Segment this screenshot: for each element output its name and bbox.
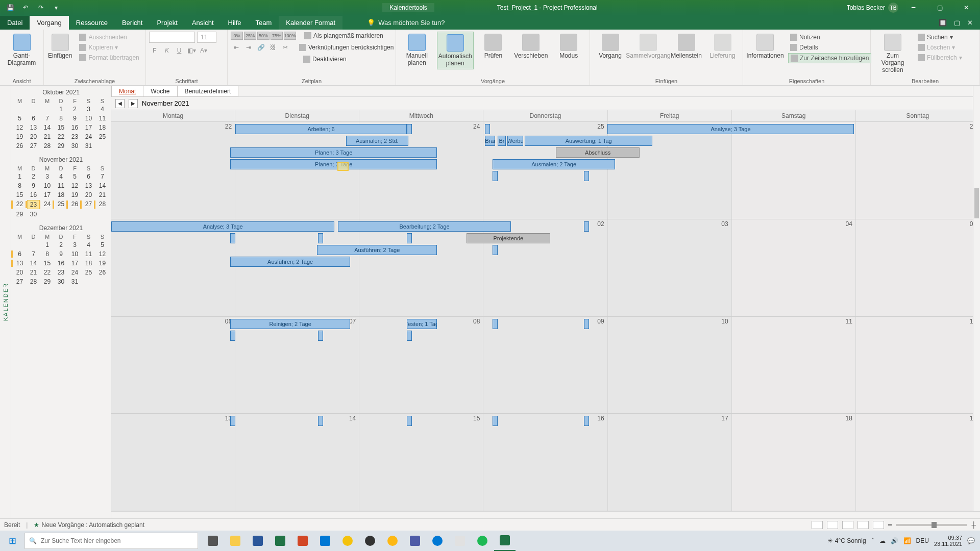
weather-widget[interactable]: ☀ 4°C Sonnig	[827, 537, 866, 544]
indent-button[interactable]: ⇥	[243, 42, 254, 53]
scrollbar-thumb[interactable]	[974, 188, 979, 218]
task-bar[interactable]: Ausführen; 2 Tage	[317, 245, 437, 255]
mini-calendar-day[interactable]: 21	[96, 191, 109, 199]
mini-calendar-day[interactable]: 14	[41, 123, 54, 132]
mini-calendar-day[interactable]: 2	[68, 105, 81, 113]
task-bar[interactable]: Ausmalen; 2 Std.	[346, 136, 409, 146]
task-bar[interactable]: Brai	[485, 136, 495, 146]
mini-calendar-day[interactable]: 30	[27, 210, 40, 218]
mini-calendar-day[interactable]: 14	[96, 182, 109, 190]
mini-calendar-day[interactable]: 31	[68, 278, 81, 286]
project-icon[interactable]	[494, 531, 516, 551]
mini-calendar-day[interactable]: 5	[13, 114, 26, 122]
task-bar[interactable]	[407, 416, 412, 426]
task-bar[interactable]	[230, 331, 235, 341]
mini-calendar-day[interactable]: 17	[68, 259, 81, 267]
task-bar[interactable]: Planen; 3 Tage	[230, 159, 437, 169]
mini-calendar-day[interactable]: 4	[55, 172, 67, 181]
ribbon-close-icon[interactable]: ✕	[967, 19, 973, 27]
mini-calendar-day[interactable]: 1	[55, 105, 67, 113]
task-bar[interactable]	[318, 233, 323, 243]
task-bar[interactable]	[230, 233, 235, 243]
mini-calendar-day[interactable]: 20	[27, 133, 40, 141]
calendar-cell[interactable]: 14	[235, 414, 359, 511]
mini-calendar-day[interactable]: 27	[13, 278, 26, 286]
calendar-cell[interactable]: 01 Dez	[359, 219, 483, 316]
calendar-cell[interactable]: 22	[111, 122, 235, 219]
mode-button[interactable]: Modus	[551, 32, 586, 61]
mini-calendar-day[interactable]: 12	[13, 123, 26, 132]
tray-clock[interactable]: 09:3723.11.2021	[934, 535, 962, 547]
tray-notifications-icon[interactable]: 💬	[967, 537, 975, 544]
milestone-button[interactable]: Meilenstein	[669, 32, 703, 61]
mini-calendar-day[interactable]: 11	[82, 250, 95, 258]
mini-calendar-day[interactable]: 13	[27, 123, 40, 132]
mini-calendar-day[interactable]: 22	[13, 200, 26, 209]
mini-calendar-day[interactable]: 17	[82, 123, 95, 132]
spotify-icon[interactable]	[472, 531, 493, 551]
mini-calendar-day[interactable]: 10	[68, 250, 81, 258]
task-bar[interactable]	[584, 171, 589, 181]
tab-projekt[interactable]: Projekt	[150, 16, 184, 30]
mini-calendar-day[interactable]: 16	[55, 259, 67, 267]
mini-calendar-day[interactable]: 20	[82, 191, 95, 199]
maximize-button[interactable]: ▢	[928, 0, 951, 15]
task-view-icon[interactable]	[202, 531, 224, 551]
mini-calendar-day[interactable]: 2	[55, 241, 67, 249]
fill-button[interactable]: Füllbereich ▾	[916, 53, 964, 62]
cut-button[interactable]: Ausschneiden	[77, 33, 141, 42]
tab-hilfe[interactable]: Hilfe	[221, 16, 249, 30]
zoom-in-button[interactable]: ┼	[971, 521, 976, 529]
mini-calendar-day[interactable]: 25	[55, 200, 67, 209]
mini-calendar-day[interactable]: 5	[68, 172, 81, 181]
auto-schedule-button[interactable]: Automatisch planen	[437, 32, 474, 69]
mini-calendar-day[interactable]: 2	[27, 172, 40, 181]
mini-calendar-day[interactable]: 8	[41, 250, 54, 258]
mini-calendar-day[interactable]: 23	[27, 200, 40, 209]
mini-calendar-day[interactable]: 11	[96, 114, 109, 122]
clear-button[interactable]: Löschen ▾	[916, 43, 964, 52]
view-btn-4[interactable]	[857, 521, 869, 529]
task-bar[interactable]: Ausführen; 2 Tage	[230, 257, 350, 267]
calendar-vscroll[interactable]	[973, 86, 980, 511]
mini-calendar-day[interactable]: 9	[55, 250, 67, 258]
mini-calendar-day[interactable]: 6	[13, 250, 26, 258]
view-tab-monat[interactable]: Monat	[111, 86, 143, 97]
mini-calendar-day[interactable]: 21	[27, 268, 40, 277]
task-bar[interactable]: Abschluss	[556, 147, 639, 158]
details-button[interactable]: Details	[788, 43, 871, 52]
mini-calendar-day[interactable]: 10	[41, 182, 54, 190]
mini-calendar-day[interactable]: 18	[82, 259, 95, 267]
undo-icon[interactable]: ↶	[19, 2, 32, 14]
fill-color-button[interactable]: ◧▾	[186, 45, 197, 56]
chrome-icon[interactable]	[337, 531, 358, 551]
word-icon[interactable]	[247, 531, 268, 551]
mini-calendar-day[interactable]: 30	[68, 142, 81, 150]
notes-button[interactable]: Notizen	[788, 33, 871, 42]
calendar-cell[interactable]: 07	[235, 317, 359, 414]
copy-button[interactable]: Kopieren ▾	[77, 43, 141, 52]
mini-calendar-day[interactable]: 27	[27, 142, 40, 150]
zoom-out-button[interactable]: ━	[888, 521, 892, 529]
scroll-to-task-button[interactable]: Zum Vorgang scrollen	[874, 32, 912, 76]
respect-links[interactable]: Verknüpfungen berücksichtigen	[297, 43, 396, 52]
browser-icon[interactable]	[314, 531, 336, 551]
mini-calendar-day[interactable]: 27	[82, 200, 95, 209]
mini-calendar-day[interactable]: 11	[55, 182, 67, 190]
powerpoint-icon[interactable]	[292, 531, 313, 551]
mini-calendar-day[interactable]: 12	[96, 250, 109, 258]
underline-button[interactable]: U	[174, 45, 185, 56]
tray-wifi-icon[interactable]: 📶	[903, 537, 911, 544]
calendar-cell[interactable]: 29	[111, 219, 235, 316]
calendar-body[interactable]: 22232425262728Arbeiten; 6Analyse; 3 Tage…	[111, 122, 980, 511]
find-button[interactable]: Suchen ▾	[916, 33, 964, 42]
font-color-button[interactable]: A▾	[198, 45, 209, 56]
mini-calendar-day[interactable]: 31	[82, 142, 95, 150]
calendar-cell[interactable]: 28	[856, 122, 980, 219]
task-bar[interactable]	[318, 416, 323, 426]
task-bar[interactable]	[318, 331, 323, 341]
view-tab-woche[interactable]: Woche	[143, 86, 177, 97]
deliverable-button[interactable]: Lieferung	[705, 32, 740, 61]
mini-calendar-day[interactable]: 14	[27, 259, 40, 267]
unlink-button[interactable]: ⛓	[267, 42, 279, 53]
